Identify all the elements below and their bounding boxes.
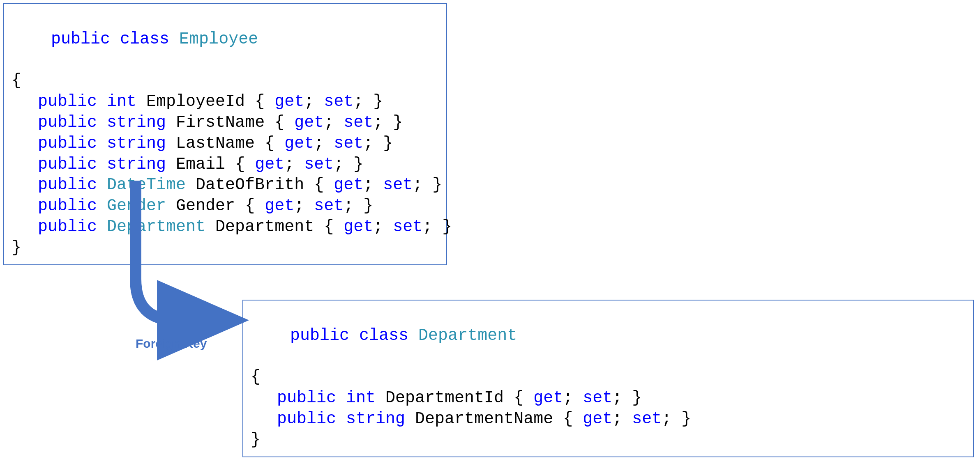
keyword-set: set <box>334 134 363 153</box>
open-brace: { <box>235 155 255 174</box>
keyword-get: get <box>294 113 324 132</box>
keyword-get: get <box>334 176 363 194</box>
property-name: DepartmentName <box>415 410 553 428</box>
open-brace: { <box>514 389 533 407</box>
open-brace: { <box>324 218 344 236</box>
keyword-set: set <box>324 92 353 111</box>
close-brace: } <box>681 410 691 428</box>
semicolon: ; <box>324 113 344 132</box>
property-name: Email <box>176 155 225 174</box>
keyword-public: public <box>290 326 349 345</box>
keyword-set: set <box>344 113 373 132</box>
department-properties: public int DepartmentId { get; set; }pub… <box>251 388 965 430</box>
keyword-set: set <box>383 176 413 194</box>
keyword-get: get <box>255 155 284 174</box>
employee-decl-line: public class Employee <box>12 8 438 71</box>
keyword-get: get <box>284 134 314 153</box>
builtin-type: string <box>107 134 166 153</box>
class-name-employee: Employee <box>179 30 258 48</box>
keyword-public: public <box>277 389 336 407</box>
semicolon: ; <box>373 113 393 132</box>
builtin-type: string <box>107 155 166 174</box>
semicolon: ; <box>284 155 304 174</box>
department-class-box: public class Department { public int Dep… <box>242 300 974 457</box>
open-brace: { <box>245 197 265 215</box>
semicolon: ; <box>363 176 383 194</box>
keyword-get: get <box>274 92 304 111</box>
semicolon: ; <box>563 389 583 407</box>
close-brace: } <box>373 92 383 111</box>
semicolon: ; <box>413 176 432 194</box>
property-name: FirstName <box>176 113 265 132</box>
semicolon: ; <box>612 389 632 407</box>
semicolon: ; <box>612 410 632 428</box>
builtin-type: string <box>346 410 405 428</box>
close-brace: } <box>251 430 965 451</box>
close-brace: } <box>432 176 442 194</box>
keyword-set: set <box>314 197 344 215</box>
close-brace: } <box>383 134 393 153</box>
property-line: public string DepartmentName { get; set;… <box>251 409 965 430</box>
keyword-set: set <box>393 218 422 236</box>
property-line: public string LastName { get; set; } <box>12 133 438 154</box>
keyword-get: get <box>533 389 563 407</box>
close-brace: } <box>632 389 642 407</box>
keyword-public: public <box>38 134 97 153</box>
property-line: public int EmployeeId { get; set; } <box>12 92 438 112</box>
keyword-class: class <box>359 326 408 345</box>
builtin-type: int <box>107 92 136 111</box>
semicolon: ; <box>422 218 442 236</box>
semicolon: ; <box>334 155 353 174</box>
department-decl-line: public class Department <box>251 305 965 367</box>
keyword-set: set <box>632 410 662 428</box>
property-line: public string FirstName { get; set; } <box>12 112 438 133</box>
open-brace: { <box>563 410 583 428</box>
keyword-set: set <box>304 155 334 174</box>
keyword-get: get <box>265 197 294 215</box>
property-name: LastName <box>176 134 255 153</box>
property-name: EmployeeId <box>146 92 245 111</box>
keyword-public: public <box>277 410 336 428</box>
foreign-key-label: Foreign Key <box>136 337 207 351</box>
semicolon: ; <box>662 410 681 428</box>
property-name: DepartmentId <box>385 389 504 407</box>
keyword-public: public <box>38 197 97 215</box>
semicolon: ; <box>304 92 324 111</box>
close-brace: } <box>393 113 403 132</box>
keyword-class: class <box>120 30 169 48</box>
keyword-public: public <box>38 92 97 111</box>
keyword-set: set <box>583 389 612 407</box>
open-brace: { <box>265 134 284 153</box>
open-brace: { <box>255 92 274 111</box>
close-brace: } <box>442 218 452 236</box>
semicolon: ; <box>294 197 314 215</box>
close-brace: } <box>353 155 363 174</box>
semicolon: ; <box>363 134 383 153</box>
open-brace: { <box>314 176 334 194</box>
semicolon: ; <box>373 218 393 236</box>
open-brace: { <box>274 113 294 132</box>
keyword-public: public <box>38 113 97 132</box>
keyword-public: public <box>38 176 97 194</box>
open-brace: { <box>251 367 965 388</box>
property-line: public string Email { get; set; } <box>12 154 438 175</box>
class-name-department: Department <box>418 326 517 345</box>
keyword-get: get <box>344 218 373 236</box>
keyword-get: get <box>583 410 612 428</box>
foreign-key-arrow <box>111 177 242 328</box>
semicolon: ; <box>314 134 334 153</box>
builtin-type: int <box>346 389 376 407</box>
semicolon: ; <box>353 92 373 111</box>
semicolon: ; <box>344 197 363 215</box>
builtin-type: string <box>107 113 166 132</box>
open-brace: { <box>12 71 438 92</box>
close-brace: } <box>363 197 373 215</box>
keyword-public: public <box>51 30 110 48</box>
keyword-public: public <box>38 218 97 236</box>
keyword-public: public <box>38 155 97 174</box>
property-line: public int DepartmentId { get; set; } <box>251 388 965 409</box>
